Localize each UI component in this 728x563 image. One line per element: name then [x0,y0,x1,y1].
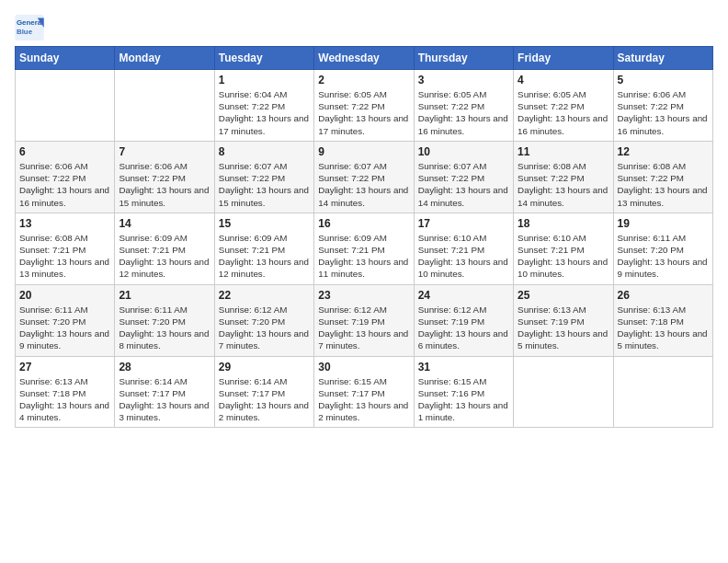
day-number: 24 [418,289,509,302]
day-number: 15 [219,217,310,230]
day-number: 1 [219,74,310,86]
day-info: Sunrise: 6:12 AM Sunset: 7:19 PM Dayligh… [418,304,509,352]
weekday-header: Thursday [414,47,513,70]
day-number: 26 [618,289,709,302]
day-number: 3 [418,74,509,86]
day-info: Sunrise: 6:08 AM Sunset: 7:21 PM Dayligh… [19,232,110,281]
calendar-cell: 26Sunrise: 6:13 AM Sunset: 7:18 PM Dayli… [613,284,712,356]
weekday-header: Sunday [16,47,115,70]
day-number: 22 [219,289,310,302]
day-number: 5 [618,74,709,86]
calendar-cell: 19Sunrise: 6:11 AM Sunset: 7:20 PM Dayli… [613,213,712,284]
day-info: Sunrise: 6:06 AM Sunset: 7:22 PM Dayligh… [119,160,210,209]
day-info: Sunrise: 6:13 AM Sunset: 7:18 PM Dayligh… [618,304,709,352]
weekday-header: Monday [115,47,214,70]
day-info: Sunrise: 6:11 AM Sunset: 7:20 PM Dayligh… [119,304,210,352]
day-number: 7 [119,145,210,158]
day-number: 9 [318,145,409,158]
calendar-cell: 2Sunrise: 6:05 AM Sunset: 7:22 PM Daylig… [314,70,414,142]
day-info: Sunrise: 6:11 AM Sunset: 7:20 PM Dayligh… [618,232,709,281]
day-number: 6 [19,145,110,158]
day-info: Sunrise: 6:04 AM Sunset: 7:22 PM Dayligh… [219,88,310,137]
day-number: 27 [19,361,110,373]
day-number: 2 [318,74,409,86]
calendar-cell: 23Sunrise: 6:12 AM Sunset: 7:19 PM Dayli… [314,284,414,356]
day-number: 10 [418,145,509,158]
calendar-week-row: 13Sunrise: 6:08 AM Sunset: 7:21 PM Dayli… [16,213,713,284]
day-info: Sunrise: 6:15 AM Sunset: 7:17 PM Dayligh… [318,375,409,424]
calendar-cell: 21Sunrise: 6:11 AM Sunset: 7:20 PM Dayli… [115,284,214,356]
logo-icon: General Blue [15,15,44,40]
calendar-cell: 7Sunrise: 6:06 AM Sunset: 7:22 PM Daylig… [115,141,214,213]
calendar-week-row: 6Sunrise: 6:06 AM Sunset: 7:22 PM Daylig… [16,141,713,213]
calendar-cell [514,356,613,428]
day-info: Sunrise: 6:12 AM Sunset: 7:19 PM Dayligh… [318,304,409,352]
day-number: 29 [219,361,310,373]
calendar-cell [613,356,712,428]
day-number: 12 [618,145,709,158]
day-info: Sunrise: 6:14 AM Sunset: 7:17 PM Dayligh… [219,375,310,424]
calendar-cell: 15Sunrise: 6:09 AM Sunset: 7:21 PM Dayli… [214,213,313,284]
day-number: 23 [318,289,409,302]
calendar-cell: 17Sunrise: 6:10 AM Sunset: 7:21 PM Dayli… [414,213,513,284]
day-number: 8 [219,145,310,158]
day-info: Sunrise: 6:13 AM Sunset: 7:18 PM Dayligh… [19,375,110,424]
day-number: 13 [19,217,110,230]
calendar-cell: 13Sunrise: 6:08 AM Sunset: 7:21 PM Dayli… [16,213,115,284]
calendar-body: 1Sunrise: 6:04 AM Sunset: 7:22 PM Daylig… [16,70,713,428]
calendar-cell: 12Sunrise: 6:08 AM Sunset: 7:22 PM Dayli… [613,141,712,213]
day-number: 28 [119,361,210,373]
calendar-cell: 5Sunrise: 6:06 AM Sunset: 7:22 PM Daylig… [613,70,712,142]
calendar-header: SundayMondayTuesdayWednesdayThursdayFrid… [16,47,713,70]
day-info: Sunrise: 6:14 AM Sunset: 7:17 PM Dayligh… [119,375,210,424]
day-info: Sunrise: 6:05 AM Sunset: 7:22 PM Dayligh… [318,88,409,137]
calendar-cell: 3Sunrise: 6:05 AM Sunset: 7:22 PM Daylig… [414,70,513,142]
day-info: Sunrise: 6:07 AM Sunset: 7:22 PM Dayligh… [318,160,409,209]
day-info: Sunrise: 6:13 AM Sunset: 7:19 PM Dayligh… [518,304,609,352]
header: General Blue [15,15,713,40]
day-number: 21 [119,289,210,302]
calendar-cell: 9Sunrise: 6:07 AM Sunset: 7:22 PM Daylig… [314,141,414,213]
day-number: 4 [518,74,609,86]
day-info: Sunrise: 6:06 AM Sunset: 7:22 PM Dayligh… [618,88,709,137]
weekday-row: SundayMondayTuesdayWednesdayThursdayFrid… [16,47,713,70]
day-number: 17 [418,217,509,230]
calendar-cell: 16Sunrise: 6:09 AM Sunset: 7:21 PM Dayli… [314,213,414,284]
day-info: Sunrise: 6:05 AM Sunset: 7:22 PM Dayligh… [418,88,509,137]
day-number: 16 [318,217,409,230]
calendar-cell: 20Sunrise: 6:11 AM Sunset: 7:20 PM Dayli… [16,284,115,356]
day-info: Sunrise: 6:11 AM Sunset: 7:20 PM Dayligh… [19,304,110,352]
day-number: 25 [518,289,609,302]
calendar-cell: 27Sunrise: 6:13 AM Sunset: 7:18 PM Dayli… [16,356,115,428]
weekday-header: Wednesday [314,47,414,70]
svg-text:Blue: Blue [17,28,33,36]
day-info: Sunrise: 6:09 AM Sunset: 7:21 PM Dayligh… [219,232,310,281]
day-number: 19 [618,217,709,230]
weekday-header: Tuesday [214,47,313,70]
calendar-cell: 14Sunrise: 6:09 AM Sunset: 7:21 PM Dayli… [115,213,214,284]
calendar-cell: 1Sunrise: 6:04 AM Sunset: 7:22 PM Daylig… [214,70,313,142]
day-info: Sunrise: 6:09 AM Sunset: 7:21 PM Dayligh… [119,232,210,281]
calendar-cell: 6Sunrise: 6:06 AM Sunset: 7:22 PM Daylig… [16,141,115,213]
day-number: 14 [119,217,210,230]
day-info: Sunrise: 6:10 AM Sunset: 7:21 PM Dayligh… [418,232,509,281]
day-info: Sunrise: 6:07 AM Sunset: 7:22 PM Dayligh… [219,160,310,209]
day-info: Sunrise: 6:05 AM Sunset: 7:22 PM Dayligh… [518,88,609,137]
calendar-week-row: 27Sunrise: 6:13 AM Sunset: 7:18 PM Dayli… [16,356,713,428]
calendar-cell: 4Sunrise: 6:05 AM Sunset: 7:22 PM Daylig… [514,70,613,142]
calendar-cell: 8Sunrise: 6:07 AM Sunset: 7:22 PM Daylig… [214,141,313,213]
calendar-cell [16,70,115,142]
day-info: Sunrise: 6:08 AM Sunset: 7:22 PM Dayligh… [518,160,609,209]
weekday-header: Saturday [613,47,712,70]
calendar: SundayMondayTuesdayWednesdayThursdayFrid… [15,46,713,428]
calendar-cell: 30Sunrise: 6:15 AM Sunset: 7:17 PM Dayli… [314,356,414,428]
calendar-cell: 28Sunrise: 6:14 AM Sunset: 7:17 PM Dayli… [115,356,214,428]
calendar-cell [115,70,214,142]
day-info: Sunrise: 6:12 AM Sunset: 7:20 PM Dayligh… [219,304,310,352]
logo: General Blue [15,15,48,40]
calendar-cell: 10Sunrise: 6:07 AM Sunset: 7:22 PM Dayli… [414,141,513,213]
calendar-week-row: 1Sunrise: 6:04 AM Sunset: 7:22 PM Daylig… [16,70,713,142]
calendar-cell: 22Sunrise: 6:12 AM Sunset: 7:20 PM Dayli… [214,284,313,356]
calendar-cell: 31Sunrise: 6:15 AM Sunset: 7:16 PM Dayli… [414,356,513,428]
day-number: 30 [318,361,409,373]
